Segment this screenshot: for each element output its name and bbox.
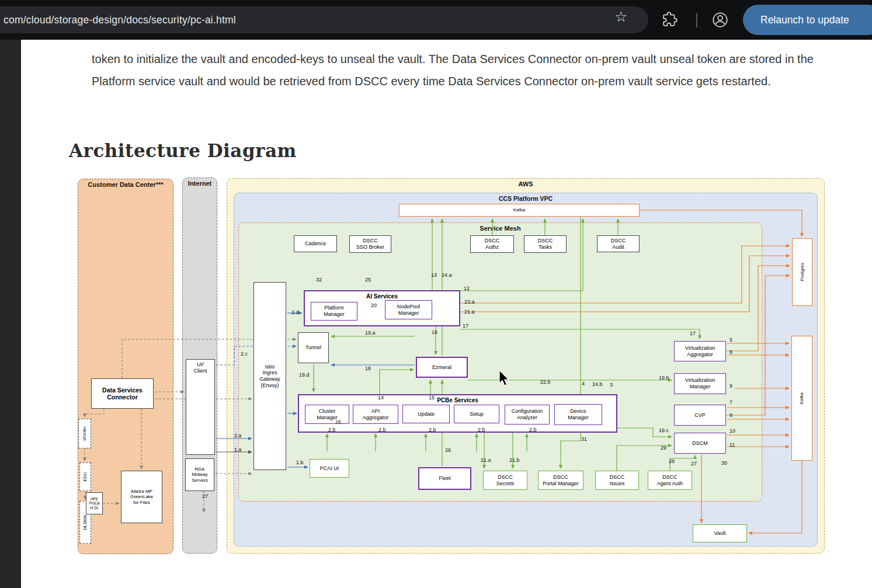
dscm-label: DSCM: [692, 440, 708, 447]
rda-midway-servers: RDA Midway Servers: [185, 458, 214, 491]
istio-ingress-gateway: Istio Ingres Gateway (Envoy): [253, 282, 286, 470]
edge-label: 12: [464, 286, 470, 291]
relaunch-button[interactable]: Relaunch to update: [743, 5, 872, 35]
data-services-connector-label: Data Services Connector: [102, 387, 143, 401]
dl380a-label: DL380A: [83, 515, 88, 530]
section-heading: Architecture Diagram: [69, 140, 297, 161]
tunnel: Tunnel: [298, 332, 329, 363]
profile-icon[interactable]: [712, 12, 728, 30]
cadence-label: Cadence: [305, 241, 326, 247]
edge-label: 7: [729, 400, 732, 405]
hpe-proliant-dl-label: HPE ProLia nt DL: [89, 497, 99, 510]
edge-label: 18: [365, 366, 371, 371]
cadence: Cadence: [294, 235, 337, 252]
customer-data-center-zone-label: Customer Data Center***: [78, 181, 173, 188]
edge-label: 19.d: [299, 373, 310, 378]
edge-label: 26: [335, 420, 341, 425]
edge-label: 21.b: [509, 458, 520, 463]
ezmeral: Ezmeral: [416, 357, 468, 378]
vault: Vault: [693, 524, 747, 542]
dscc-audit: DSCC Audit: [597, 235, 640, 252]
service-mesh-zone-label: Service Mesh: [239, 225, 762, 232]
edge-label: 15: [429, 395, 435, 401]
pcai-ui: PCAI UI: [310, 459, 349, 478]
configuration-analyzer-label: Configuration Analyzer: [512, 408, 543, 420]
edge-label: 10: [729, 429, 735, 434]
vcenter: vCenter: [78, 419, 91, 448]
dscc-agent-auth: DSCC Agent Auth: [648, 471, 692, 490]
dscc-audit-label: DSCC Audit: [611, 238, 626, 250]
aws-zone-label: AWS: [227, 180, 824, 187]
update-label: Update: [418, 411, 435, 417]
virtualization-aggregator-label: Virtualization Aggregator: [685, 345, 715, 357]
pcbe-services-group-label: PCBe Services: [437, 396, 478, 404]
hpe-proliant-dl: HPE ProLia nt DL: [86, 492, 103, 514]
edge-label: 2.b: [478, 427, 485, 433]
edge-label: 30: [721, 461, 727, 466]
alletra-mp-greenlake-label: Alletra MP GreenLake for Files: [130, 489, 154, 505]
url-text[interactable]: com/cloud/storage-design/docs/security/p…: [4, 14, 236, 26]
dscc-authz: DSCC Authz: [470, 235, 514, 253]
dscc-issues: DSCC Issues: [595, 471, 639, 490]
mouse-cursor: [498, 370, 512, 389]
setup: Setup: [454, 405, 499, 423]
browser-topbar: com/cloud/storage-design/docs/security/p…: [0, 0, 872, 40]
extensions-icon[interactable]: [662, 12, 678, 29]
edge-label: 19.b: [659, 375, 669, 381]
edge-label: 20: [371, 303, 377, 308]
dscc-secrets: DSCC Secrets: [483, 471, 527, 490]
address-bar[interactable]: com/cloud/storage-design/docs/security/p…: [0, 6, 648, 33]
vcenter-label: vCenter: [82, 426, 87, 441]
kafka-bus-label: Kafka: [513, 207, 525, 213]
edge-label: 2.c: [241, 352, 248, 357]
edge-label: 11: [729, 443, 735, 448]
edge-label: 4: [582, 381, 585, 387]
internet-zone-label: Internet: [183, 180, 217, 187]
cvp-label: CVP: [694, 412, 706, 419]
setup-label: Setup: [470, 411, 484, 417]
dscc-agent-auth-label: DSCC Agent Auth: [657, 474, 683, 486]
edge-label: 17: [463, 323, 468, 329]
dscc-authz-label: DSCC Authz: [485, 238, 500, 250]
kafka-bus: Kafka: [399, 204, 640, 217]
postgres-label: Postgres: [800, 263, 805, 281]
architecture-diagram: Customer Data Center***InternetAWSCCS Pl…: [69, 171, 826, 563]
edge-label: 2.d: [291, 310, 299, 315]
esxi: ESXi: [79, 462, 91, 491]
edge-label: 2.b: [429, 427, 436, 433]
edge-label: 26: [445, 448, 451, 453]
edge-label: 19.a: [365, 330, 376, 336]
virtualization-aggregator: Virtualization Aggregator: [674, 341, 726, 361]
edge-label: 3: [610, 382, 613, 388]
dscc-portal-manager-label: DSCC Portal Manager: [543, 474, 579, 486]
edge-label: 1.b: [296, 460, 304, 465]
edge-label: 13: [431, 273, 437, 278]
dscc-secrets-label: DSCC Secrets: [496, 474, 515, 486]
bookmark-star-icon[interactable]: ☆: [614, 9, 627, 24]
istio-ingress-gateway-label: Istio Ingres Gateway (Envoy): [259, 364, 280, 388]
edge-label: 9: [729, 384, 732, 389]
edge-label: 21.a: [464, 309, 475, 315]
esxi-label: ESXi: [83, 472, 88, 482]
edge-label: 23.a: [464, 300, 475, 305]
edge-label: 27: [691, 461, 697, 467]
api-aggregator-label: API Aggregator: [363, 408, 389, 420]
fleet-label: Fleet: [439, 475, 450, 482]
edge-label: 6: [729, 350, 732, 355]
alletra-mp-greenlake: Alletra MP GreenLake for Files: [121, 471, 162, 523]
dscm: DSCM: [674, 433, 726, 454]
ezmeral-label: Ezmeral: [432, 364, 451, 371]
ui-client: UI/ Client: [186, 359, 215, 455]
dscc-issues-label: DSCC Issues: [609, 474, 624, 486]
edge-label: 27: [202, 494, 208, 499]
edge-label: 2.a: [234, 433, 242, 439]
edge-label: 32: [316, 277, 322, 283]
nodepool-manager-label: NodePool Manager: [397, 304, 421, 316]
edge-label: 28: [669, 459, 675, 464]
vault-label: Vault: [714, 530, 726, 537]
ui-client-label: UI/ Client: [193, 360, 207, 374]
edge-label: 17: [690, 331, 696, 336]
configuration-analyzer: Configuration Analyzer: [505, 405, 550, 425]
dscc-tasks: DSCC Tasks: [524, 235, 567, 253]
data-services-connector: Data Services Connector: [91, 378, 154, 409]
